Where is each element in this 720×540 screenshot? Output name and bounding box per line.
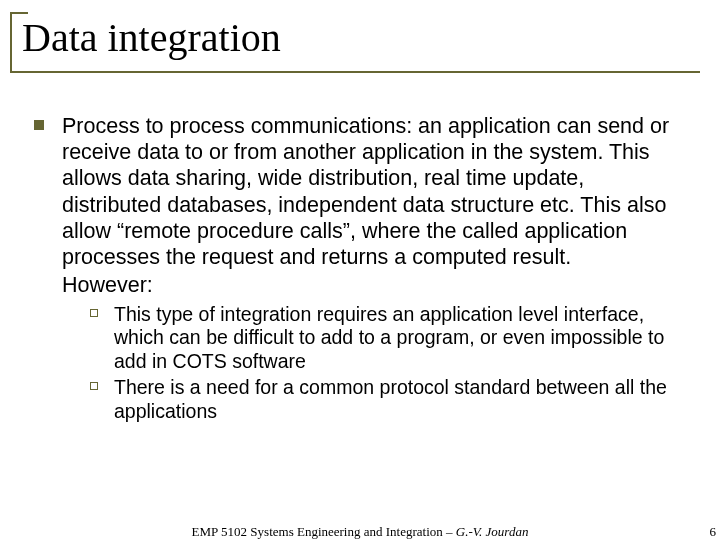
sub-item-text: There is a need for a common protocol st… bbox=[114, 376, 686, 424]
sub-item-text: This type of integration requires an app… bbox=[114, 303, 686, 374]
main-paragraph: Process to process communications: an ap… bbox=[62, 113, 686, 270]
slide-footer: EMP 5102 Systems Engineering and Integra… bbox=[0, 524, 720, 540]
title-underline bbox=[10, 71, 700, 73]
bullet-level1: Process to process communications: an ap… bbox=[34, 113, 686, 423]
title-block: Data integration bbox=[10, 10, 700, 73]
bullet-level2: There is a need for a common protocol st… bbox=[90, 376, 686, 424]
hollow-square-bullet-icon bbox=[90, 309, 98, 317]
bullet-level1-content: Process to process communications: an ap… bbox=[62, 113, 686, 423]
slide-body: Process to process communications: an ap… bbox=[34, 113, 686, 423]
footer-course: EMP 5102 Systems Engineering and Integra… bbox=[192, 524, 456, 539]
page-number: 6 bbox=[710, 524, 717, 540]
slide-title: Data integration bbox=[10, 10, 700, 71]
sub-bullet-group: This type of integration requires an app… bbox=[90, 303, 686, 424]
title-top-notch bbox=[10, 12, 28, 14]
footer-author: G.-V. Jourdan bbox=[456, 524, 529, 539]
title-left-rule bbox=[10, 12, 12, 73]
hollow-square-bullet-icon bbox=[90, 382, 98, 390]
square-bullet-icon bbox=[34, 120, 44, 130]
however-label: However: bbox=[62, 272, 686, 298]
slide: Data integration Process to process comm… bbox=[0, 10, 720, 540]
bullet-level2: This type of integration requires an app… bbox=[90, 303, 686, 374]
